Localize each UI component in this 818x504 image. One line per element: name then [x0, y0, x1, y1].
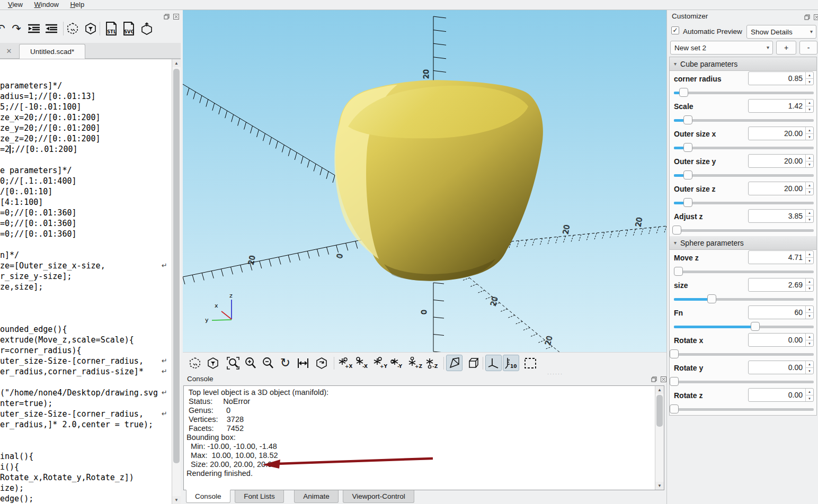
param-slider[interactable] — [674, 294, 814, 304]
code-editor[interactable]: parameters]*/adius=1;//[0:.01:13]5;//[-1… — [0, 59, 181, 504]
details-dropdown[interactable]: Show Details ▾ — [746, 25, 816, 39]
reset-view-icon[interactable]: ↻ — [277, 355, 294, 371]
slider-handle[interactable] — [679, 88, 688, 97]
param-spinbox[interactable]: 1.42▲▼ — [748, 99, 814, 113]
param-spinbox[interactable]: 0.00▲▼ — [748, 361, 814, 374]
spin-up-icon[interactable]: ▲ — [806, 306, 813, 312]
measure-angle-icon[interactable] — [313, 355, 330, 371]
param-spinbox[interactable]: 0.85▲▼ — [748, 71, 814, 85]
spin-up-icon[interactable]: ▲ — [806, 182, 813, 188]
console-output[interactable]: Top level object is a 3D object (manifol… — [183, 385, 664, 490]
render-icon[interactable] — [204, 355, 221, 371]
param-slider[interactable] — [674, 115, 814, 125]
slider-handle[interactable] — [670, 404, 679, 413]
send-to-printer-button[interactable] — [139, 21, 155, 37]
show-scale-markers-icon[interactable]: 10 — [503, 355, 519, 371]
param-spinbox[interactable]: 60▲▼ — [748, 305, 814, 319]
param-spinbox[interactable]: 20.00▲▼ — [748, 154, 814, 168]
spin-up-icon[interactable]: ▲ — [806, 100, 813, 106]
render-button[interactable] — [83, 21, 99, 37]
spin-down-icon[interactable]: ▼ — [806, 367, 813, 374]
param-slider[interactable] — [674, 226, 814, 235]
slider-handle[interactable] — [707, 294, 716, 303]
param-spinbox[interactable]: 4.71▲▼ — [748, 250, 814, 264]
param-spinbox[interactable]: 0.00▲▼ — [748, 388, 814, 402]
spin-down-icon[interactable]: ▼ — [806, 188, 813, 195]
param-slider[interactable] — [674, 88, 814, 97]
bottom-tab-viewport-control[interactable]: Viewport-Control — [343, 490, 414, 503]
view-plus-x-icon[interactable]: +X — [336, 355, 353, 371]
view-plus-y-icon[interactable]: +Y — [371, 355, 388, 371]
view-minus-z-icon[interactable]: -Z — [424, 355, 440, 371]
redo-button[interactable]: ↷ — [8, 21, 24, 37]
perspective-view-icon[interactable] — [446, 355, 463, 371]
spin-up-icon[interactable]: ▲ — [806, 389, 813, 395]
editor-scrollbar-thumb[interactable] — [173, 69, 180, 463]
param-slider[interactable] — [674, 143, 814, 152]
undo-button[interactable]: ↶ — [0, 21, 8, 37]
indent-button[interactable] — [43, 21, 59, 37]
param-slider[interactable] — [674, 349, 814, 359]
param-slider[interactable] — [674, 322, 814, 331]
view-minus-y-icon[interactable]: -Y — [389, 355, 405, 371]
param-spinbox[interactable]: 20.00▲▼ — [748, 127, 814, 140]
console-scroll-up-icon[interactable]: ▲ — [655, 386, 664, 394]
view-all-icon[interactable] — [522, 355, 538, 371]
unindent-button[interactable] — [26, 21, 42, 37]
param-spinbox[interactable]: 20.00▲▼ — [748, 182, 814, 195]
tab-close-icon[interactable]: ✕ — [3, 46, 15, 56]
spin-down-icon[interactable]: ▼ — [806, 257, 813, 264]
preset-remove-button[interactable]: - — [799, 41, 817, 55]
spin-up-icon[interactable]: ▲ — [806, 251, 813, 257]
console-float-icon[interactable] — [651, 376, 657, 383]
spin-down-icon[interactable]: ▼ — [806, 340, 813, 346]
spin-up-icon[interactable]: ▲ — [806, 127, 813, 133]
customizer-float-icon[interactable] — [804, 14, 811, 21]
param-spinbox[interactable]: 3.85▲▼ — [748, 209, 814, 223]
console-scroll-down-icon[interactable]: ▼ — [655, 482, 664, 490]
bottom-tab-console[interactable]: Console — [186, 490, 230, 503]
param-spinbox[interactable]: 0.00▲▼ — [748, 333, 814, 347]
console-scrollbar[interactable]: ▲ ▼ — [655, 386, 664, 490]
view-plus-z-icon[interactable]: +Z — [406, 355, 423, 371]
spin-down-icon[interactable]: ▼ — [806, 133, 813, 140]
slider-handle[interactable] — [683, 170, 692, 179]
param-spinbox[interactable]: 2.69▲▼ — [748, 278, 814, 292]
slider-handle[interactable] — [683, 115, 692, 124]
param-slider[interactable] — [674, 198, 814, 208]
spin-up-icon[interactable]: ▲ — [806, 334, 813, 340]
slider-handle[interactable] — [672, 226, 681, 235]
export-svg-button[interactable]: SVG — [120, 21, 136, 37]
zoom-out-icon[interactable] — [260, 355, 276, 371]
scroll-up-icon[interactable]: ▲ — [172, 59, 181, 67]
show-axes-icon[interactable] — [485, 355, 502, 371]
spin-up-icon[interactable]: ▲ — [806, 210, 813, 216]
measure-distance-icon[interactable] — [295, 355, 311, 371]
spin-down-icon[interactable]: ▼ — [806, 78, 813, 85]
slider-handle[interactable] — [683, 198, 692, 207]
spin-down-icon[interactable]: ▼ — [806, 395, 813, 401]
menu-window[interactable]: Window — [30, 0, 64, 10]
spin-up-icon[interactable]: ▲ — [806, 72, 813, 78]
export-stl-button[interactable]: STL — [102, 21, 118, 37]
console-scrollbar-thumb[interactable] — [656, 395, 663, 427]
preview-icon[interactable] — [186, 355, 203, 371]
splitter-handle[interactable]: ······ — [547, 371, 563, 376]
viewport-3d[interactable]: 200200202002020 z x y — [183, 10, 666, 352]
slider-handle[interactable] — [751, 322, 760, 331]
spin-down-icon[interactable]: ▼ — [806, 161, 813, 167]
tab-untitled[interactable]: Untitled.scad* — [19, 44, 85, 59]
slider-handle[interactable] — [670, 349, 679, 358]
zoom-all-icon[interactable] — [225, 355, 241, 371]
spin-down-icon[interactable]: ▼ — [806, 216, 813, 222]
menu-view[interactable]: View — [3, 0, 28, 10]
preset-add-button[interactable]: + — [776, 41, 796, 55]
zoom-in-icon[interactable] — [242, 355, 259, 371]
slider-handle[interactable] — [674, 267, 683, 276]
group-header-cube[interactable]: ▾Cube parameters — [670, 57, 816, 71]
view-minus-x-icon[interactable]: -X — [354, 355, 370, 371]
spin-down-icon[interactable]: ▼ — [806, 312, 813, 319]
customizer-close-icon[interactable] — [813, 14, 818, 21]
group-header-sphere[interactable]: ▾Sphere parameters — [670, 236, 816, 250]
automatic-preview-checkbox[interactable]: ✓ — [671, 26, 679, 34]
